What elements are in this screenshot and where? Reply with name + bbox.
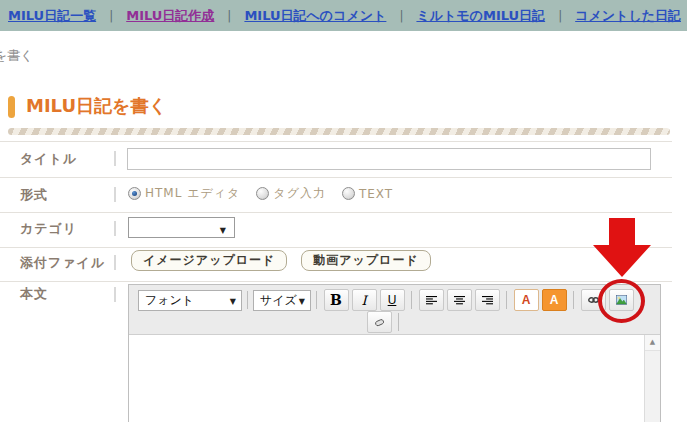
title-input[interactable] xyxy=(127,148,651,170)
font-size-select[interactable]: サイズ xyxy=(253,290,311,311)
label-separator-bar xyxy=(114,187,116,202)
toolbar-separator xyxy=(411,291,412,309)
caret-down-icon xyxy=(230,293,236,307)
underline-icon: U xyxy=(388,293,397,307)
category-field-label: カテゴリ xyxy=(20,220,77,238)
radio-tag-input[interactable] xyxy=(256,187,269,200)
radio-html-editor[interactable] xyxy=(128,187,141,200)
format-field-label: 形式 xyxy=(20,186,48,204)
align-left-icon xyxy=(426,293,437,307)
page-title: MILU日記を書く xyxy=(26,94,167,118)
attachment-buttons: イメージアップロード 動画アップロード xyxy=(131,250,431,271)
nav-separator: | xyxy=(227,9,231,23)
underline-button[interactable]: U xyxy=(380,289,405,311)
toolbar-separator xyxy=(573,291,574,309)
annotation-arrow-down xyxy=(591,218,653,278)
font-size-select-value: サイズ xyxy=(260,292,297,309)
label-separator-bar xyxy=(114,287,116,302)
font-family-select[interactable]: フォント xyxy=(138,290,242,311)
toolbar-separator xyxy=(398,313,399,331)
editor-scrollbar[interactable] xyxy=(644,335,660,422)
nav-link-diary-list[interactable]: MILU日記一覧 xyxy=(8,7,96,25)
row-divider xyxy=(0,177,672,178)
nav-link-commented-diary[interactable]: コメントした日記 xyxy=(575,7,681,25)
title-accent-bar xyxy=(8,96,15,118)
toolbar-separator xyxy=(247,291,248,309)
label-separator-bar xyxy=(114,221,116,236)
attachment-field-label: 添付ファイル xyxy=(20,254,105,272)
scroll-up-icon[interactable] xyxy=(645,335,660,351)
editor-text-area[interactable] xyxy=(129,335,660,422)
nav-link-friends-diary[interactable]: ミルトモのMILU日記 xyxy=(416,7,545,25)
bold-icon: B xyxy=(330,292,342,308)
toolbar-separator xyxy=(506,291,507,309)
image-upload-button-form[interactable]: イメージアップロード xyxy=(131,250,287,271)
editor-toolbar: フォント サイズ B I U xyxy=(129,285,660,335)
nav-separator: | xyxy=(558,9,562,23)
format-radio-group: HTML エディタ タグ入力 TEXT xyxy=(128,185,409,202)
radio-tag-input-label[interactable]: タグ入力 xyxy=(273,185,326,202)
nav-link-diary-create[interactable]: MILU日記作成 xyxy=(126,7,214,25)
insert-image-button[interactable] xyxy=(609,289,634,311)
toolbar-row-2 xyxy=(113,312,656,332)
italic-button[interactable]: I xyxy=(352,289,377,311)
nav-separator: | xyxy=(399,9,403,23)
row-divider xyxy=(0,281,672,282)
align-center-button[interactable] xyxy=(447,289,472,311)
highlight-color-icon: A xyxy=(550,293,559,307)
title-field-label: タイトル xyxy=(20,150,77,168)
label-separator-bar xyxy=(114,255,116,270)
toolbar-separator xyxy=(316,291,317,309)
category-select[interactable] xyxy=(128,217,235,238)
radio-html-editor-label[interactable]: HTML エディタ xyxy=(145,185,240,202)
caret-down-icon xyxy=(220,218,226,237)
align-center-icon xyxy=(454,293,465,307)
align-right-button[interactable] xyxy=(475,289,500,311)
radio-text-label[interactable]: TEXT xyxy=(359,187,393,201)
caret-down-icon xyxy=(299,293,305,307)
nav-separator: | xyxy=(109,9,113,23)
link-icon xyxy=(588,294,599,306)
body-field-label: 本文 xyxy=(20,285,48,303)
bold-button[interactable]: B xyxy=(324,289,349,311)
label-separator-bar xyxy=(114,151,116,166)
top-nav: MILU日記一覧 | MILU日記作成 | MILU日記へのコメント | ミルト… xyxy=(0,0,687,31)
insert-link-button[interactable] xyxy=(581,289,606,311)
toolbar-row-1: フォント サイズ B I U xyxy=(138,288,656,312)
italic-icon: I xyxy=(361,293,366,308)
clear-format-button[interactable] xyxy=(367,311,392,333)
row-divider xyxy=(0,212,672,213)
font-color-icon: A xyxy=(522,293,531,307)
video-upload-button[interactable]: 動画アップロード xyxy=(301,250,430,271)
align-left-button[interactable] xyxy=(419,289,444,311)
font-color-button[interactable]: A xyxy=(514,289,539,311)
breadcrumb-fragment: を書く xyxy=(0,47,34,65)
align-right-icon xyxy=(482,293,493,307)
radio-text[interactable] xyxy=(342,187,355,200)
row-divider xyxy=(0,247,672,248)
rich-text-editor: フォント サイズ B I U xyxy=(128,284,661,422)
font-family-select-value: フォント xyxy=(145,292,194,309)
image-upload-icon xyxy=(616,292,627,308)
striped-divider xyxy=(8,128,670,135)
eraser-icon xyxy=(374,316,385,329)
row-divider xyxy=(0,141,672,142)
highlight-color-button[interactable]: A xyxy=(542,289,567,311)
nav-link-diary-comments[interactable]: MILU日記へのコメント xyxy=(244,7,386,25)
